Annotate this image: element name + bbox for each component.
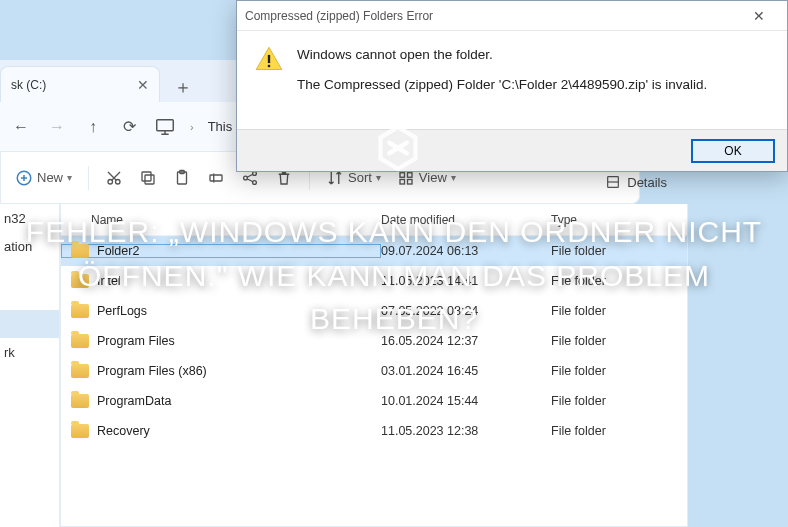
dialog-line2a: The Compressed (zipped) Folder	[297, 77, 499, 92]
folder-icon	[71, 394, 89, 408]
monitor-icon[interactable]	[154, 116, 176, 138]
cell-type: File folder	[551, 424, 671, 438]
sidebar-item[interactable]: ation	[0, 232, 59, 260]
view-label: View	[419, 170, 447, 185]
table-row[interactable]: Program Files16.05.2024 12:37File folder	[61, 326, 687, 356]
cut-button[interactable]	[105, 169, 123, 187]
cell-name: Program Files (x86)	[61, 364, 381, 378]
new-label: New	[37, 170, 63, 185]
dialog-close-button[interactable]: ✕	[739, 2, 779, 30]
dialog-message: Windows cannot open the folder. The Comp…	[297, 45, 707, 96]
column-name[interactable]: Name	[61, 213, 381, 227]
cell-date: 16.05.2024 12:37	[381, 334, 551, 348]
paste-button[interactable]	[173, 169, 191, 187]
svg-rect-18	[268, 65, 270, 67]
divider	[88, 166, 89, 190]
sidebar-item[interactable]	[0, 310, 59, 338]
column-date[interactable]: Date modified	[381, 213, 551, 227]
folder-icon	[71, 274, 89, 288]
cell-name: PerfLogs	[61, 304, 381, 318]
dialog-titlebar[interactable]: Compressed (zipped) Folders Error ✕	[237, 1, 787, 31]
svg-rect-5	[142, 172, 151, 181]
tab-title: sk (C:)	[11, 78, 46, 92]
folder-icon	[71, 244, 89, 258]
chevron-right-icon: ›	[190, 121, 194, 133]
cell-name: Intel	[61, 274, 381, 288]
svg-rect-17	[268, 55, 270, 63]
new-tab-button[interactable]: ＋	[166, 72, 200, 102]
folder-icon	[71, 364, 89, 378]
folder-icon	[71, 334, 89, 348]
table-row[interactable]: PerfLogs07.05.2022 08:24File folder	[61, 296, 687, 326]
cell-name: ProgramData	[61, 394, 381, 408]
cell-date: 09.07.2024 06:13	[381, 244, 551, 258]
dialog-button-bar: OK	[237, 129, 787, 171]
table-row[interactable]: Intel11.05.2023 14:41File folder	[61, 266, 687, 296]
table-row[interactable]: Folder209.07.2024 06:13File folder	[61, 236, 687, 266]
table-row[interactable]: Recovery11.05.2023 12:38File folder	[61, 416, 687, 446]
column-type[interactable]: Type	[551, 213, 671, 227]
back-button[interactable]: ←	[10, 116, 32, 138]
sidebar-item[interactable]: rk	[0, 338, 59, 366]
cell-type: File folder	[551, 304, 671, 318]
cell-type: File folder	[551, 244, 671, 258]
rename-button[interactable]	[207, 169, 225, 187]
cell-date: 07.05.2022 08:24	[381, 304, 551, 318]
cell-date: 03.01.2024 16:45	[381, 364, 551, 378]
svg-rect-14	[400, 179, 405, 184]
warning-icon	[255, 45, 283, 73]
tab-local-disk[interactable]: sk (C:) ✕	[0, 66, 160, 102]
dialog-title-text: Compressed (zipped) Folders Error	[245, 9, 433, 23]
cell-name: Recovery	[61, 424, 381, 438]
svg-rect-8	[210, 175, 222, 181]
sort-label: Sort	[348, 170, 372, 185]
svg-rect-0	[157, 119, 174, 130]
table-row[interactable]: Program Files (x86)03.01.2024 16:45File …	[61, 356, 687, 386]
cell-type: File folder	[551, 394, 671, 408]
copy-button[interactable]	[139, 169, 157, 187]
sidebar-item[interactable]: n32	[0, 204, 59, 232]
sidebar: n32 ation rk	[0, 204, 60, 527]
details-toggle[interactable]: Details	[605, 174, 667, 190]
file-list: Details Name Date modified Type Folder20…	[60, 204, 688, 527]
error-dialog: Compressed (zipped) Folders Error ✕ Wind…	[236, 0, 788, 172]
cell-type: File folder	[551, 364, 671, 378]
tab-close-icon[interactable]: ✕	[137, 77, 149, 93]
folder-icon	[71, 304, 89, 318]
cell-name: Program Files	[61, 334, 381, 348]
refresh-button[interactable]: ⟳	[118, 116, 140, 138]
cell-name: Folder2	[61, 244, 381, 258]
cell-type: File folder	[551, 274, 671, 288]
forward-button[interactable]: →	[46, 116, 68, 138]
ok-button[interactable]: OK	[691, 139, 775, 163]
dialog-line1: Windows cannot open the folder.	[297, 45, 707, 65]
up-button[interactable]: ↑	[82, 116, 104, 138]
cell-date: 11.05.2023 14:41	[381, 274, 551, 288]
dialog-path: 'C:\Folder 2\4489590.zip'	[499, 77, 648, 92]
folder-icon	[71, 424, 89, 438]
svg-rect-15	[407, 179, 412, 184]
svg-rect-13	[407, 172, 412, 177]
table-row[interactable]: ProgramData10.01.2024 15:44File folder	[61, 386, 687, 416]
new-button[interactable]: New ▾	[15, 169, 72, 187]
cell-date: 10.01.2024 15:44	[381, 394, 551, 408]
details-label: Details	[627, 175, 667, 190]
dialog-line2c: is invalid.	[648, 77, 707, 92]
svg-rect-12	[400, 172, 405, 177]
cell-type: File folder	[551, 334, 671, 348]
svg-rect-4	[145, 175, 154, 184]
cell-date: 11.05.2023 12:38	[381, 424, 551, 438]
column-headers: Name Date modified Type	[61, 204, 687, 236]
